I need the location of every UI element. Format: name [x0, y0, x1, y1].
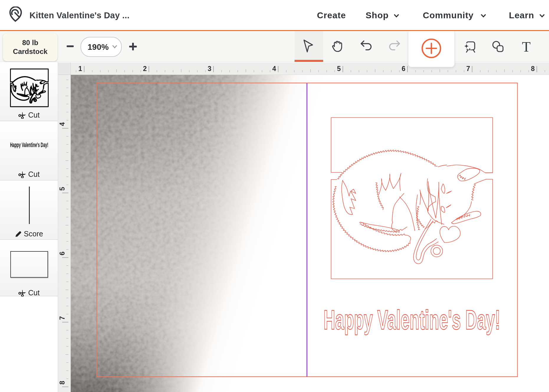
- svg-text:8: 8: [531, 65, 535, 73]
- svg-text:3: 3: [208, 65, 211, 73]
- svg-text:5: 5: [337, 65, 341, 73]
- svg-text:5: 5: [58, 187, 66, 191]
- svg-text:1: 1: [78, 65, 82, 73]
- svg-text:7: 7: [58, 316, 66, 320]
- svg-text:4: 4: [272, 65, 276, 73]
- svg-text:Happy Valentine's Day!: Happy Valentine's Day!: [323, 304, 500, 335]
- svg-text:2: 2: [143, 65, 147, 73]
- svg-text:8: 8: [58, 381, 66, 385]
- svg-text:4: 4: [58, 122, 66, 126]
- svg-text:7: 7: [466, 65, 470, 73]
- svg-text:Happy Valentine's Day!: Happy Valentine's Day!: [10, 142, 48, 148]
- svg-text:6: 6: [402, 65, 405, 73]
- svg-text:6: 6: [58, 251, 66, 255]
- svg-text:T: T: [522, 40, 530, 53]
